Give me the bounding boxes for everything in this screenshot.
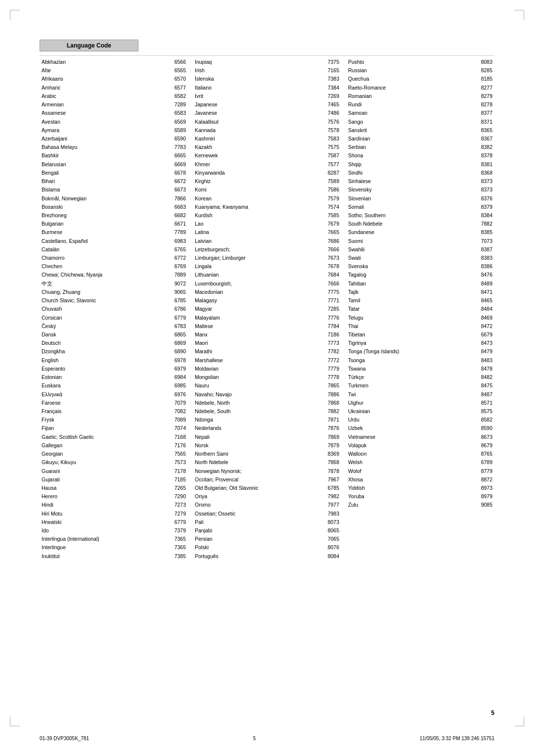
language-code: 8385 xyxy=(475,229,492,236)
list-item: Gaelic; Scottish Gaelic7168 xyxy=(40,433,188,441)
language-name: Avestan xyxy=(42,118,169,126)
language-name: Kannada xyxy=(195,127,322,134)
list-item: Inuktitut7385 xyxy=(40,552,188,561)
list-item: Ivrit7269 xyxy=(193,92,341,100)
language-name: Burmese xyxy=(42,229,169,236)
language-code: 8365 xyxy=(475,127,492,134)
language-code: 7079 xyxy=(169,399,186,407)
language-name: Korean xyxy=(195,195,322,202)
list-item: Azerbaijani6590 xyxy=(40,135,188,143)
language-name: Welsh xyxy=(348,459,475,466)
language-code: 8084 xyxy=(322,553,339,560)
language-code: 7486 xyxy=(322,109,339,117)
language-name: Old Bulgarian; Old Slavonic xyxy=(195,484,322,492)
language-code: 6565 xyxy=(169,67,186,74)
language-code: 9065 xyxy=(169,288,186,296)
language-name: Swati xyxy=(348,254,475,262)
language-name: Hrwatski xyxy=(42,519,169,526)
language-name: Interlingua (International) xyxy=(42,535,169,543)
language-name: Kinyarwanda xyxy=(195,169,322,177)
language-code: 7866 xyxy=(169,195,186,202)
language-name: Nauru xyxy=(195,382,322,389)
language-code: 7265 xyxy=(169,484,186,492)
list-item: Kuanyama; Kwanyama7574 xyxy=(193,203,341,211)
language-code: 6984 xyxy=(169,374,186,381)
list-item: Xhosa8872 xyxy=(346,475,494,484)
language-name: Tamil xyxy=(348,297,475,304)
list-item: Hindi7273 xyxy=(40,501,188,509)
language-name: Armenian xyxy=(42,101,169,108)
language-code: 8371 xyxy=(475,118,492,126)
language-name: Bahasa Melayu xyxy=(42,143,169,151)
language-name: Bulgarian xyxy=(42,220,169,228)
language-name: Marshallese xyxy=(195,357,322,364)
language-code: 7273 xyxy=(169,501,186,509)
list-item: Swahili8387 xyxy=(346,245,494,254)
language-code: 7879 xyxy=(322,442,339,449)
list-item: Abkhazian6566 xyxy=(40,58,188,66)
language-name: Church Slavic; Slavonic xyxy=(42,297,169,304)
list-item: Bislama6673 xyxy=(40,186,188,194)
list-item: Italiano7384 xyxy=(193,84,341,92)
list-item: Corsican6779 xyxy=(40,314,188,322)
list-item: Nauru7865 xyxy=(193,381,341,390)
list-item: Brezhoneg6682 xyxy=(40,211,188,220)
language-name: Aymara xyxy=(42,127,169,134)
list-item: Afar6565 xyxy=(40,66,188,75)
language-code: 6570 xyxy=(169,75,186,83)
language-name: Faroese xyxy=(42,399,169,407)
language-name: Italiano xyxy=(195,84,322,92)
language-code: 7673 xyxy=(322,254,339,262)
language-code: 8779 xyxy=(475,468,492,475)
list-item: Ndonga7871 xyxy=(193,416,341,424)
list-item: Yiddish8973 xyxy=(346,484,494,492)
language-name: Gallegan xyxy=(42,442,169,449)
language-code: 7678 xyxy=(322,263,339,270)
language-name: Tonga (Tonga Islands) xyxy=(348,348,475,355)
list-item: Samoan8377 xyxy=(346,109,494,117)
language-name: Ukrainian xyxy=(348,408,475,415)
language-code: 7082 xyxy=(169,408,186,415)
language-name: Oromo xyxy=(195,501,322,509)
list-item: Dansk6865 xyxy=(40,331,188,339)
list-item: Kurdish7585 xyxy=(193,211,341,220)
language-code: 8379 xyxy=(475,203,492,211)
list-item: Sanskrit8365 xyxy=(346,126,494,135)
language-name: Sotho; Southern xyxy=(348,212,475,219)
list-item: Somali8379 xyxy=(346,203,494,211)
language-code: 7782 xyxy=(322,348,339,355)
list-item: Navaho; Navajo7886 xyxy=(193,390,341,399)
list-item: Bashkir6665 xyxy=(40,151,188,160)
language-code: 6865 xyxy=(169,331,186,338)
list-item: Zulu9085 xyxy=(346,501,494,509)
list-item: Assamese6583 xyxy=(40,109,188,117)
language-name: South Ndebele xyxy=(348,220,475,228)
list-item: Japanese7465 xyxy=(193,100,341,109)
language-name: Íslenska xyxy=(195,75,322,83)
list-item: Nederlands7876 xyxy=(193,424,341,432)
language-name: Azerbaijani xyxy=(42,135,169,142)
list-item: Oromo7977 xyxy=(193,501,341,509)
list-item: Norsk7879 xyxy=(193,441,341,450)
content-area: Language Code Abkhazian6566Afar6565Afrik… xyxy=(40,40,494,561)
language-name: Guarani xyxy=(42,468,169,475)
list-item: Thai8472 xyxy=(346,322,494,331)
footer-right: 11/05/05, 3:32 PM 139 246 15751 xyxy=(420,736,494,741)
language-name: Kalaallisut xyxy=(195,118,322,126)
language-name: English xyxy=(42,357,169,364)
language-code: 8384 xyxy=(475,212,492,219)
language-name: Esperanto xyxy=(42,365,169,373)
list-item: Slovenian8376 xyxy=(346,194,494,203)
language-code: 6590 xyxy=(169,135,186,142)
language-code: 6765 xyxy=(169,246,186,253)
language-code: 6890 xyxy=(169,348,186,355)
language-name: Magyar xyxy=(195,305,322,313)
list-item: Malagasy7771 xyxy=(193,296,341,305)
language-code: 7185 xyxy=(169,476,186,483)
language-name: Dzongkha xyxy=(42,348,169,355)
language-name: Yoruba xyxy=(348,493,475,500)
language-code: 7578 xyxy=(322,127,339,134)
language-code: 7186 xyxy=(322,331,339,338)
language-name: Serbian xyxy=(348,143,475,151)
list-item: Shona8378 xyxy=(346,151,494,160)
